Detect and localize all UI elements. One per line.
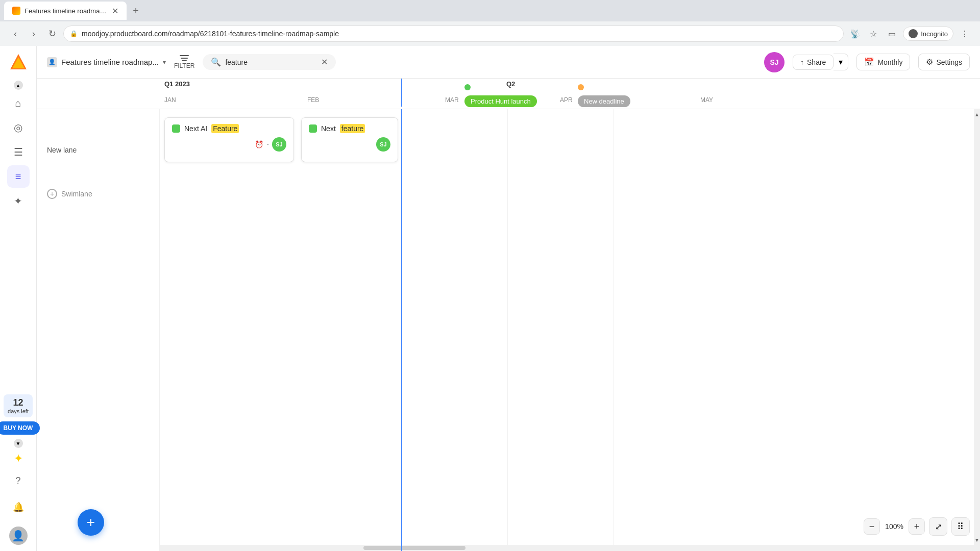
timeline-header: Q1 2023 Q2 JAN FEB MAR APR MAY Prod	[37, 79, 980, 109]
share-button[interactable]: ↑ Share	[793, 55, 834, 70]
scroll-down[interactable]: ▼	[974, 535, 980, 545]
add-swimlane-icon: +	[47, 189, 57, 199]
features-icon: ◎	[14, 121, 22, 134]
more-options-icon[interactable]: ⋮	[958, 27, 972, 41]
expand-icon: ⤢	[935, 522, 942, 532]
filter-icon	[180, 55, 189, 61]
month-feb: FEB	[307, 96, 319, 104]
roadmap-title-button[interactable]: 👤 Features timeline roadmap... ▾	[47, 57, 166, 67]
month-may: MAY	[700, 96, 713, 104]
milestone-badge-product-hunt[interactable]: Product Hunt launch	[464, 95, 537, 107]
sidebar-item-bell[interactable]: 🔔	[7, 496, 30, 518]
scrollbar-thumb[interactable]	[363, 546, 465, 550]
search-icon: 🔍	[211, 57, 221, 67]
feature-dot-ai	[172, 124, 180, 133]
incognito-icon	[909, 29, 918, 38]
scroll-down-arrow[interactable]: ▼	[14, 439, 23, 448]
buy-now-button[interactable]: BUY NOW	[0, 421, 40, 435]
monthly-label: Monthly	[877, 58, 902, 66]
refresh-button[interactable]: ↻	[45, 27, 59, 41]
tab-favicon	[12, 7, 20, 15]
today-line	[401, 79, 402, 107]
back-button[interactable]: ‹	[8, 27, 22, 41]
zoom-out-button[interactable]: −	[864, 518, 880, 535]
feature-ai-highlight: Feature	[211, 124, 239, 133]
share-dropdown-button[interactable]: ▾	[834, 54, 848, 70]
gear-icon: ⚙	[926, 57, 933, 67]
dash: -	[266, 140, 269, 148]
filter-button[interactable]: FILTER	[174, 55, 194, 69]
user-initials: SJ	[770, 58, 778, 66]
lane-label-new-lane: New lane	[37, 119, 159, 181]
milestone-product-hunt[interactable]: Product Hunt launch	[464, 84, 537, 107]
tab-close-button[interactable]: ✕	[112, 6, 118, 16]
feature-card-ai-footer: ⏰ - SJ	[172, 137, 286, 152]
search-clear-button[interactable]: ✕	[321, 57, 328, 67]
search-box[interactable]: 🔍 ✕	[203, 54, 336, 70]
settings-label: Settings	[936, 58, 962, 66]
bell-icon: 🔔	[13, 502, 24, 513]
feature-next-avatar: SJ	[376, 137, 390, 152]
active-tab[interactable]: Features timeline roadmap (sam... ✕	[4, 2, 127, 20]
grid-line-apr	[507, 109, 508, 551]
grid-col-lines	[159, 109, 980, 551]
avatar-placeholder: 👤	[12, 530, 24, 542]
sidebar-item-home[interactable]: ⌂	[7, 92, 30, 114]
sidebar-item-roadmap[interactable]: ≡	[7, 165, 30, 188]
expand-button[interactable]: ⤢	[929, 517, 947, 536]
nav-bar: ‹ › ↻ 🔒 moodjoy.productboard.com/roadmap…	[0, 21, 980, 46]
sidebar: ▲ ⌂ ◎ ☰ ≡ ✦ 12 days left BUY NOW ▼ ✦ ?	[0, 46, 37, 551]
fab-add-button[interactable]: +	[78, 509, 104, 536]
search-input[interactable]	[225, 58, 317, 66]
feature-card-ai[interactable]: Next AI Feature ⏰ - SJ	[164, 117, 294, 162]
main-content: 👤 Features timeline roadmap... ▾ FILTER …	[37, 46, 980, 551]
feature-ai-avatar: SJ	[272, 137, 286, 152]
sparkle-icon: ✦	[14, 452, 23, 465]
share-icon: ↑	[800, 58, 804, 66]
milestone-dot-green	[464, 84, 471, 90]
zoom-controls: − 100% + ⤢ ⠿	[864, 517, 970, 536]
forward-button[interactable]: ›	[27, 27, 41, 41]
fab-plus-icon: +	[87, 514, 95, 531]
feature-card-next-footer: SJ	[309, 137, 390, 152]
sidebar-item-list[interactable]: ☰	[7, 141, 30, 163]
address-bar[interactable]: 🔒 moodjoy.productboard.com/roadmap/62181…	[63, 26, 844, 42]
url-text: moodjoy.productboard.com/roadmap/6218101…	[82, 30, 339, 38]
person-icon: 👤	[48, 59, 56, 65]
roadmap-icon: ≡	[15, 171, 21, 183]
filter-label: FILTER	[174, 62, 194, 69]
feature-dot-next	[309, 124, 317, 133]
cast-icon[interactable]: 📡	[848, 27, 862, 41]
settings-button[interactable]: ⚙ Settings	[918, 54, 970, 70]
sidebar-item-features[interactable]: ◎	[7, 116, 30, 139]
grid-line-feb	[306, 109, 306, 551]
sidebar-item-help[interactable]: ?	[7, 469, 30, 492]
feature-next-highlight: feature	[340, 124, 365, 133]
home-icon: ⌂	[15, 97, 21, 109]
scroll-up[interactable]: ▲	[974, 109, 980, 119]
milestone-new-deadline[interactable]: New deadline	[578, 84, 630, 107]
zoom-in-button[interactable]: +	[909, 518, 925, 535]
new-tab-button[interactable]: +	[129, 4, 143, 18]
add-swimlane-button[interactable]: + Swimlane	[37, 181, 159, 207]
feature-card-next[interactable]: Next feature SJ	[301, 117, 398, 162]
roadmap-title-chevron: ▾	[163, 59, 166, 66]
dots-button[interactable]: ⠿	[951, 517, 970, 536]
days-left-number: 12	[8, 397, 29, 408]
month-jan: JAN	[164, 96, 176, 104]
user-avatar-toolbar[interactable]: SJ	[764, 52, 785, 72]
bookmark-icon[interactable]: ☆	[866, 27, 880, 41]
zoom-level: 100%	[884, 522, 904, 531]
toolbar: 👤 Features timeline roadmap... ▾ FILTER …	[37, 46, 980, 79]
dots-icon: ⠿	[957, 521, 964, 532]
user-avatar-sidebar[interactable]: 👤	[9, 527, 28, 545]
monthly-button[interactable]: 📅 Monthly	[856, 54, 910, 70]
app-container: ▲ ⌂ ◎ ☰ ≡ ✦ 12 days left BUY NOW ▼ ✦ ?	[0, 46, 980, 551]
app-logo[interactable]	[8, 52, 29, 72]
sidebar-toggle[interactable]: ▭	[885, 27, 899, 41]
sidebar-item-insights[interactable]: ✦	[7, 190, 30, 212]
scroll-up-arrow[interactable]: ▲	[14, 81, 23, 90]
help-icon: ?	[15, 475, 20, 486]
milestone-badge-new-deadline[interactable]: New deadline	[578, 95, 630, 107]
lane-labels: New lane + Swimlane	[37, 109, 159, 551]
